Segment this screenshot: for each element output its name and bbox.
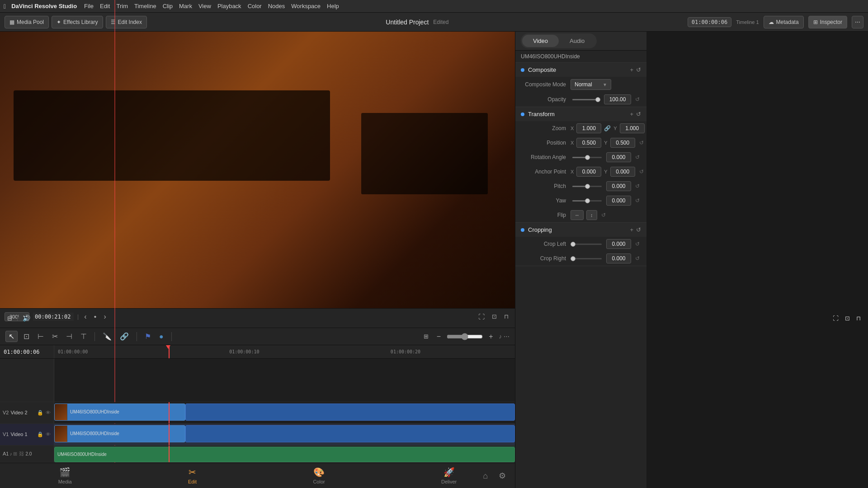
composite-reset-btn[interactable]: ↺ [636, 66, 641, 73]
layout-btn[interactable]: ⊟ [5, 313, 14, 324]
composite-mode-dropdown[interactable]: Normal ▼ [571, 79, 611, 90]
menu-timeline[interactable]: Timeline [134, 3, 156, 9]
rotation-thumb[interactable] [585, 155, 590, 160]
rotation-slider[interactable] [572, 157, 602, 158]
snap-btn[interactable]: ⊞ [421, 332, 431, 341]
flip-reset-btn[interactable]: ↺ [600, 211, 607, 219]
anchor-y-value[interactable]: 0.000 [610, 167, 635, 177]
anchor-reset-btn[interactable]: ↺ [638, 168, 645, 175]
track-body-v1[interactable]: UM46ISO800UHDInside [54, 424, 515, 445]
crop-left-thumb[interactable] [571, 242, 576, 247]
transform-add-btn[interactable]: + [630, 111, 633, 117]
yaw-reset-btn[interactable]: ↺ [634, 197, 641, 204]
dynamic-trim-btn[interactable]: ⊢ [35, 331, 46, 342]
menu-workspace[interactable]: Workspace [291, 3, 321, 9]
crop-left-value[interactable]: 0.000 [606, 239, 631, 249]
track-clip-v1-before[interactable]: UM46ISO800UHDInside [54, 425, 185, 442]
nav-media[interactable]: 🎬 Media [49, 465, 81, 486]
flip-v-button[interactable]: ↕ [586, 210, 597, 220]
zoom-x-value[interactable]: 1.000 [576, 123, 601, 133]
slide-btn[interactable]: ⊤ [78, 331, 89, 342]
effects-library-button[interactable]: ✦ Effects Library [52, 16, 103, 28]
nav-edit[interactable]: ✂ Edit [179, 465, 206, 486]
crop-right-value[interactable]: 0.000 [606, 253, 631, 263]
rotation-reset-btn[interactable]: ↺ [634, 154, 641, 161]
viewer-next-btn[interactable]: › [102, 312, 108, 322]
pitch-slider[interactable] [572, 186, 602, 187]
cropping-add-btn[interactable]: + [630, 226, 633, 233]
viewer-external-btn[interactable]: ⊓ [502, 312, 510, 321]
viewer-prev-btn[interactable]: ‹ [82, 312, 88, 322]
opacity-thumb[interactable] [595, 97, 600, 102]
position-x-value[interactable]: 0.500 [576, 138, 601, 148]
link-btn[interactable]: 🔗 [118, 331, 131, 342]
crop-left-reset-btn[interactable]: ↺ [634, 240, 641, 248]
opacity-reset-btn[interactable]: ↺ [634, 96, 641, 103]
metadata-button[interactable]: ☁ Metadata [764, 16, 804, 28]
tab-audio[interactable]: Audio [559, 35, 595, 47]
crop-right-slider[interactable] [572, 258, 602, 259]
track-a1-expand-btn[interactable]: ⊞ [13, 450, 18, 457]
menu-mark[interactable]: Mark [179, 3, 192, 9]
track-v2-eye-btn[interactable]: 👁 [45, 409, 51, 416]
flip-h-button[interactable]: ↔ [571, 210, 584, 220]
viewer-timecode-input[interactable] [33, 313, 74, 321]
menu-playback[interactable]: Playback [217, 3, 241, 9]
yaw-value[interactable]: 0.000 [606, 196, 631, 206]
home-button[interactable]: ⌂ [483, 471, 488, 481]
inspector-button[interactable]: ⊞ Inspector [808, 16, 847, 28]
anchor-x-value[interactable]: 0.000 [576, 167, 601, 177]
opacity-value[interactable]: 100.00 [604, 94, 631, 104]
pitch-reset-btn[interactable]: ↺ [634, 183, 641, 190]
blade-btn[interactable]: ✂ [50, 331, 60, 342]
track-a1-link-btn[interactable]: ⛓ [19, 450, 24, 457]
opacity-slider[interactable] [572, 99, 599, 100]
position-reset-btn[interactable]: ↺ [638, 139, 645, 146]
zoom-slider[interactable] [447, 333, 483, 340]
menu-view[interactable]: View [198, 3, 211, 9]
crop-right-reset-btn[interactable]: ↺ [634, 255, 641, 262]
pitch-value[interactable]: 0.000 [606, 181, 631, 191]
menu-edit[interactable]: Edit [100, 3, 110, 9]
edit-index-button[interactable]: ☰ Edit Index [106, 16, 147, 28]
viewer-pip-btn[interactable]: ⊡ [490, 312, 499, 321]
menu-file[interactable]: File [84, 3, 94, 9]
flag-btn[interactable]: ⚑ [142, 331, 153, 342]
trim-edit-btn[interactable]: ⊡ [21, 331, 32, 342]
menu-trim[interactable]: Trim [116, 3, 128, 9]
composite-add-btn[interactable]: + [630, 66, 633, 73]
pitch-thumb[interactable] [585, 184, 590, 189]
timeline-ruler-marks[interactable]: 01:00:00:00 01:00:00:10 01:00:00:20 [54, 345, 515, 358]
media-pool-button[interactable]: ▦ Media Pool [5, 16, 49, 28]
compare-btn[interactable]: ⊡ [843, 313, 852, 324]
yaw-thumb[interactable] [585, 198, 590, 203]
track-body-v2[interactable]: UM46ISO800UHDInside [54, 402, 515, 423]
fit-btn[interactable]: ⛶ [831, 313, 840, 324]
viewer-fullscreen-btn[interactable]: ⛶ [476, 312, 486, 321]
slip-btn[interactable]: ⊣ [64, 331, 75, 342]
position-y-value[interactable]: 0.500 [610, 138, 635, 148]
track-v1-eye-btn[interactable]: 👁 [45, 431, 51, 438]
cropping-reset-btn[interactable]: ↺ [636, 226, 641, 233]
volume-btn[interactable]: 🔊 [21, 313, 32, 324]
track-clip-a1[interactable]: UM46ISO800UHDInside [54, 447, 515, 462]
output-btn[interactable]: ⊓ [854, 313, 863, 324]
select-tool-btn[interactable]: ↖ [5, 331, 18, 342]
track-body-a1[interactable]: UM46ISO800UHDInside [54, 446, 515, 462]
settings-button[interactable]: ⚙ [499, 471, 506, 481]
crop-left-slider[interactable] [572, 244, 602, 245]
track-clip-v2-before[interactable]: UM46ISO800UHDInside [54, 404, 185, 421]
tab-video[interactable]: Video [522, 35, 559, 47]
nav-color[interactable]: 🎨 Color [304, 465, 334, 486]
workspace-options-button[interactable]: ⋯ [852, 16, 863, 28]
zoom-in-btn[interactable]: + [486, 331, 495, 342]
crop-right-thumb[interactable] [571, 256, 576, 261]
zoom-out-btn[interactable]: − [434, 331, 443, 342]
menu-color[interactable]: Color [248, 3, 262, 9]
track-clip-v1-after[interactable] [185, 425, 515, 442]
razor-btn[interactable]: 🔪 [100, 331, 114, 342]
marker-btn[interactable]: ● [157, 331, 166, 342]
viewer-dot-btn[interactable]: ● [92, 313, 98, 320]
rotation-value[interactable]: 0.000 [606, 152, 631, 162]
zoom-link-btn[interactable]: 🔗 [604, 125, 611, 131]
